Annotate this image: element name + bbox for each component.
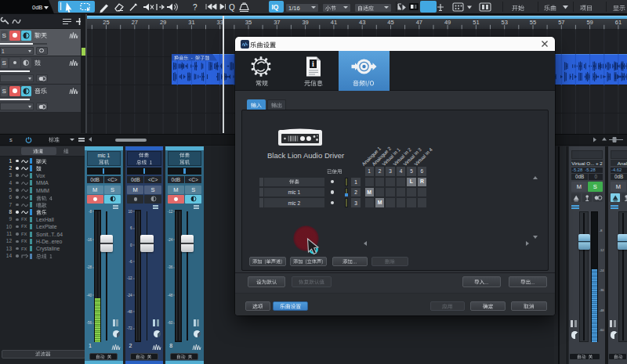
svg-text:i: i	[312, 59, 314, 68]
